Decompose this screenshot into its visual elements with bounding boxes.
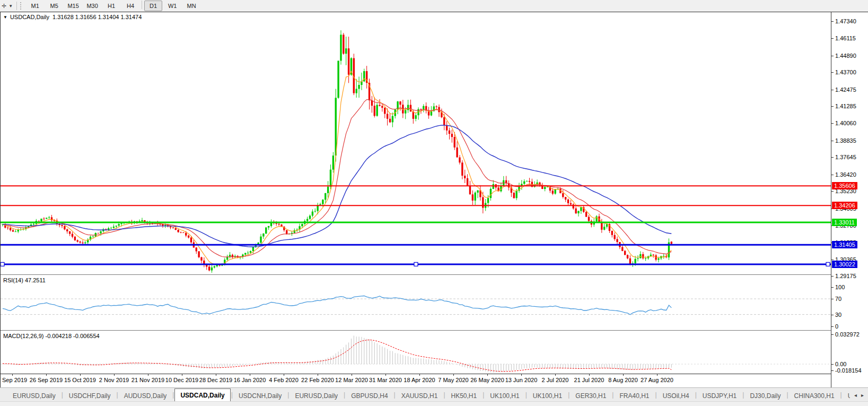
price-tick: 1.37645 <box>835 154 856 160</box>
date-tick-mark <box>419 374 420 376</box>
chevron-down-icon[interactable]: ▼ <box>8 4 15 8</box>
tab-uk100-h1[interactable]: UK100,H1 <box>485 391 524 402</box>
chart-tab-bar: EURUSD,Daily|USDCHF,Daily|AUDUSD,Daily|U… <box>0 387 868 402</box>
scroll-right-icon[interactable]: ▸ <box>861 392 864 398</box>
rsi-tick: 100 <box>835 284 845 290</box>
rsi-pane[interactable]: RSI(14) 47.2511 <box>1 275 831 330</box>
chart-title: ▼ USDCAD,Daily 1.31628 1.31656 1.31404 1… <box>3 14 142 20</box>
date-label: 21 Nov 2019 <box>131 377 164 383</box>
date-label: 13 Jun 2020 <box>505 377 538 383</box>
rsi-tick: 0 <box>835 323 838 330</box>
date-label: 4 Feb 2020 <box>269 377 299 383</box>
date-label: 27 Aug 2020 <box>641 377 673 383</box>
timeframe-button-w1[interactable]: W1 <box>163 1 181 11</box>
tab-usdcad-daily[interactable]: USDCAD,Daily <box>174 388 230 402</box>
date-label: 28 Dec 2019 <box>199 377 232 383</box>
tab-audusd-daily[interactable]: AUDUSD,Daily <box>119 391 172 402</box>
rsi-tick: 30 <box>835 312 841 318</box>
date-axis[interactable]: 7 Sep 201926 Sep 201915 Oct 20192 Nov 20… <box>1 374 831 388</box>
tab-usoil-h1[interactable]: USOil,H1 <box>843 391 850 402</box>
date-label: 16 Jan 2020 <box>234 377 266 383</box>
price-chart-pane[interactable]: ▼ USDCAD,Daily 1.31628 1.31656 1.31404 1… <box>1 12 831 274</box>
timeframe-button-h1[interactable]: H1 <box>102 1 120 11</box>
timeframe-button-m5[interactable]: M5 <box>45 1 63 11</box>
date-label: 26 Sep 2019 <box>30 377 63 383</box>
date-label: 8 Aug 2020 <box>608 377 638 383</box>
cursor-tool-icon[interactable]: ✛ <box>0 3 8 10</box>
date-tick-mark <box>487 374 488 376</box>
date-tick-mark <box>12 374 13 376</box>
date-tick-mark <box>385 374 386 376</box>
timeframe-button-m1[interactable]: M1 <box>26 1 44 11</box>
toolbar-grip[interactable] <box>20 2 24 10</box>
scroll-left-icon[interactable]: ◂ <box>854 392 857 398</box>
date-label: 21 Jul 2020 <box>574 377 604 383</box>
chart-window: ▼ USDCAD,Daily 1.31628 1.31656 1.31404 1… <box>0 12 868 387</box>
hline-price-flag: 1.30022 <box>832 261 857 268</box>
toolbar-separator <box>142 1 142 9</box>
date-label: 31 Mar 2020 <box>369 377 402 383</box>
macd-tick: -0.018154 <box>835 367 862 374</box>
tab-hk50-h1[interactable]: HK50,H1 <box>446 391 483 402</box>
macd-label: MACD(12,26,9) -0.004218 -0.006554 <box>3 333 100 339</box>
price-tick: 1.42475 <box>835 87 856 93</box>
macd-tick: 0.032972 <box>835 331 860 338</box>
tab-xauusd-h1[interactable]: XAUUSD,H1 <box>396 391 443 402</box>
date-tick-mark <box>623 374 624 376</box>
timeframe-button-m15[interactable]: M15 <box>64 1 82 11</box>
tab-gbpusd-h4[interactable]: GBPUSD,H4 <box>346 391 393 402</box>
tab-usdchf-daily[interactable]: USDCHF,Daily <box>64 391 116 402</box>
date-tick-mark <box>453 374 454 376</box>
date-tick-mark <box>284 374 284 376</box>
date-tick-mark <box>521 374 522 376</box>
date-label: 22 Feb 2020 <box>301 377 334 383</box>
tab-scroll-buttons: ◂ ▸ <box>850 388 868 402</box>
price-tick: 1.40060 <box>835 120 856 126</box>
hline-price-flag: 1.35606 <box>832 182 857 189</box>
toolbar-separator <box>16 2 17 10</box>
tab-usdcnh-daily[interactable]: USDCNH,Daily <box>233 391 287 402</box>
price-axis[interactable]: 1.473401.461151.448901.437001.424751.412… <box>831 12 868 387</box>
date-label: 10 Dec 2019 <box>165 377 198 383</box>
date-tick-mark <box>46 374 47 376</box>
tab-eurusd-daily[interactable]: EURUSD,Daily <box>7 391 61 402</box>
date-tick-mark <box>555 374 556 376</box>
tab-fra40-h1[interactable]: FRA40,H1 <box>614 391 654 402</box>
date-label: 12 Mar 2020 <box>335 377 368 383</box>
rsi-label: RSI(14) 47.2511 <box>3 277 46 283</box>
date-tick-mark <box>250 374 250 376</box>
price-tick: 1.46115 <box>835 35 856 41</box>
hline-price-flag: 1.34206 <box>832 202 857 209</box>
hline-price-flag: 1.31405 <box>832 241 857 248</box>
price-tick: 1.36420 <box>835 171 856 178</box>
price-tick: 1.41285 <box>835 103 856 109</box>
tab-ger30-h1[interactable]: GER30,H1 <box>570 391 611 402</box>
tab-uk100-h1[interactable]: UK100,H1 <box>528 391 567 402</box>
date-tick-mark <box>318 374 318 376</box>
price-tick: 1.43700 <box>835 69 856 75</box>
timeframe-button-h4[interactable]: H4 <box>121 1 139 11</box>
timeframe-button-m30[interactable]: M30 <box>83 1 101 11</box>
date-label: 7 May 2020 <box>438 377 468 383</box>
date-tick-mark <box>657 374 657 376</box>
hline-price-flag: 1.33011 <box>832 219 857 226</box>
date-label: 7 Sep 2019 <box>0 377 27 383</box>
price-tick: 1.47340 <box>835 18 856 24</box>
timeframe-button-mn[interactable]: MN <box>182 1 200 11</box>
price-tick: 1.44890 <box>835 53 856 59</box>
timeframe-toolbar: ✛ ▼ M1M5M15M30H1H4D1W1MN <box>0 0 868 12</box>
macd-pane[interactable]: MACD(12,26,9) -0.004218 -0.006554 <box>1 331 831 374</box>
date-label: 26 May 2020 <box>470 377 504 383</box>
timeframe-button-d1[interactable]: D1 <box>144 1 162 11</box>
tab-dj30-daily[interactable]: DJ30,Daily <box>744 391 786 402</box>
price-tick: 1.38835 <box>835 137 856 144</box>
tab-china300-h1[interactable]: CHINA300,H1 <box>789 391 840 402</box>
tab-usoil-h4[interactable]: USOil,H4 <box>657 391 695 402</box>
rsi-tick: 70 <box>835 296 841 302</box>
tab-eurusd-daily[interactable]: EURUSD,Daily <box>290 391 343 402</box>
tab-usdjpy-h1[interactable]: USDJPY,H1 <box>697 391 742 402</box>
date-tick-mark <box>589 374 590 376</box>
chart-tabs: EURUSD,Daily|USDCHF,Daily|AUDUSD,Daily|U… <box>0 388 850 402</box>
chart-title-caret-icon[interactable]: ▼ <box>3 15 7 20</box>
date-tick-mark <box>80 374 81 376</box>
